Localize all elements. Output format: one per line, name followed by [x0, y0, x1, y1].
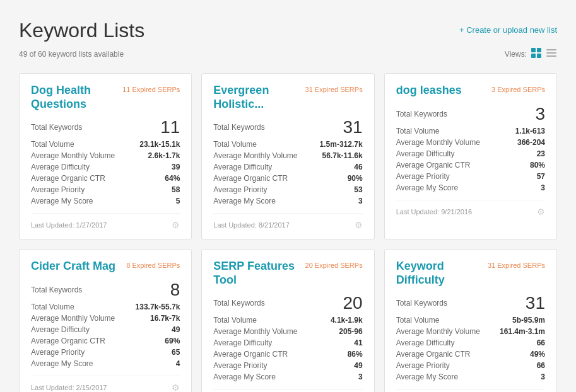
card-serp-features-tool: SERP Features Tool20 Expired SERPsTotal …	[201, 249, 374, 392]
stat-label: Average Monthly Volume	[213, 151, 297, 160]
stat-row: Total Volume1.1k-613	[396, 127, 545, 135]
total-keywords-row: Total Keywords8	[31, 281, 180, 299]
svg-rect-5	[546, 52, 556, 54]
grid-view-button[interactable]	[531, 47, 542, 61]
total-keywords-label: Total Keywords	[31, 285, 82, 294]
stat-value: 56.7k-11.6k	[322, 151, 363, 160]
list-view-button[interactable]	[546, 47, 557, 61]
total-keywords-value: 3	[535, 105, 545, 123]
stat-row: Average Priority66	[396, 361, 545, 370]
card-stats: Total Volume1.1k-613Average Monthly Volu…	[396, 127, 545, 192]
stat-value: 58	[172, 185, 180, 194]
stat-value: 3	[358, 197, 363, 205]
stat-row: Average Organic CTR86%	[213, 350, 362, 359]
stat-label: Average Monthly Volume	[396, 138, 480, 147]
stat-row: Average Priority57	[396, 172, 545, 181]
gear-icon[interactable]: ⚙	[172, 383, 180, 392]
stat-row: Average Monthly Volume56.7k-11.6k	[213, 151, 362, 160]
page-title: Keyword Lists	[19, 19, 144, 42]
stat-value: 65	[172, 348, 180, 357]
expired-badge: 31 Expired SERPs	[488, 262, 545, 269]
stat-value: 46	[354, 163, 362, 171]
stat-value: 1.5m-312.7k	[320, 140, 363, 149]
stat-value: 2.6k-1.7k	[148, 151, 180, 160]
stat-value: 16.7k-7k	[150, 314, 180, 323]
stat-value: 3	[358, 372, 363, 381]
stat-value: 57	[537, 172, 545, 181]
stat-row: Total Volume5b-95.9m	[396, 316, 545, 325]
stat-row: Average Monthly Volume205-96	[213, 327, 362, 336]
card-stats: Total Volume4.1k-1.9kAverage Monthly Vol…	[213, 316, 362, 381]
stat-row: Average My Score4	[31, 359, 180, 368]
stat-value: 66	[537, 338, 545, 347]
stat-label: Total Volume	[396, 127, 440, 135]
expired-badge: 31 Expired SERPs	[305, 86, 363, 93]
total-keywords-row: Total Keywords20	[213, 294, 362, 312]
card-evergreen-holistic: Evergreen Holistic...31 Expired SERPsTot…	[201, 73, 374, 239]
card-title[interactable]: Dog Health Questions	[31, 84, 117, 111]
total-keywords-label: Total Keywords	[396, 110, 447, 118]
card-keyword-difficulty: Keyword Difficulty31 Expired SERPsTotal …	[384, 249, 557, 392]
expired-badge: 8 Expired SERPs	[126, 262, 180, 269]
stat-value: 90%	[348, 174, 363, 183]
card-stats: Total Volume5b-95.9mAverage Monthly Volu…	[396, 316, 545, 381]
total-keywords-row: Total Keywords3	[396, 105, 545, 123]
card-title[interactable]: Keyword Difficulty	[396, 260, 483, 287]
stat-label: Average Organic CTR	[31, 174, 105, 183]
create-link[interactable]: + Create or upload new list	[459, 25, 557, 35]
card-footer: Last Updated: 6/5/2017⚙	[396, 389, 545, 392]
card-footer: Last Updated: 2/15/2017⚙	[31, 376, 180, 392]
stat-label: Average Difficulty	[31, 163, 90, 171]
total-keywords-value: 31	[343, 118, 363, 136]
stat-label: Average Monthly Volume	[31, 314, 115, 323]
card-title[interactable]: SERP Features Tool	[213, 260, 300, 287]
card-title[interactable]: dog leashes	[396, 84, 486, 98]
card-footer: Last Updated: 9/21/2016⚙	[396, 200, 545, 217]
card-title[interactable]: Evergreen Holistic...	[213, 84, 300, 111]
card-title[interactable]: Cider Craft Mag	[31, 260, 121, 274]
stat-label: Average Monthly Volume	[396, 327, 480, 336]
total-keywords-value: 31	[526, 294, 545, 312]
gear-icon[interactable]: ⚙	[355, 220, 363, 230]
stat-value: 133.7k-55.7k	[136, 303, 180, 311]
stat-row: Average My Score3	[396, 183, 545, 192]
cards-grid: Dog Health Questions11 Expired SERPsTota…	[19, 73, 557, 392]
stat-value: 4.1k-1.9k	[331, 316, 363, 325]
stat-row: Average Difficulty49	[31, 325, 180, 334]
stat-label: Average My Score	[396, 372, 459, 381]
gear-icon[interactable]: ⚙	[172, 220, 180, 230]
stat-label: Total Volume	[213, 316, 257, 325]
stat-label: Total Volume	[31, 303, 74, 311]
stat-value: 366-204	[517, 138, 545, 147]
stat-row: Average Monthly Volume2.6k-1.7k	[31, 151, 180, 160]
expired-badge: 11 Expired SERPs	[122, 86, 180, 93]
card-footer: Last Updated: 7/10/2017⚙	[213, 389, 362, 392]
stat-row: Average Organic CTR90%	[213, 174, 362, 183]
card-header: Cider Craft Mag8 Expired SERPs	[31, 260, 180, 274]
total-keywords-label: Total Keywords	[31, 123, 82, 132]
stat-value: 205-96	[339, 327, 362, 336]
stat-value: 64%	[165, 174, 180, 183]
stat-row: Average Priority65	[31, 348, 180, 357]
card-header: Keyword Difficulty31 Expired SERPs	[396, 260, 545, 287]
stat-row: Average Priority58	[31, 185, 180, 194]
stat-row: Average My Score3	[213, 197, 362, 205]
card-dog-leashes: dog leashes3 Expired SERPsTotal Keywords…	[384, 73, 557, 239]
stat-value: 23.1k-15.1k	[139, 140, 180, 149]
stat-value: 5b-95.9m	[512, 316, 545, 325]
stat-label: Average Difficulty	[396, 149, 455, 158]
stat-row: Average Monthly Volume16.7k-7k	[31, 314, 180, 323]
stat-value: 86%	[348, 350, 363, 359]
expired-badge: 20 Expired SERPs	[305, 262, 363, 269]
stat-value: 53	[354, 185, 362, 194]
stat-row: Average Priority49	[213, 361, 362, 370]
stat-row: Average My Score3	[396, 372, 545, 381]
stat-value: 23	[537, 149, 545, 158]
gear-icon[interactable]: ⚙	[537, 207, 545, 217]
stat-row: Average My Score5	[31, 197, 180, 205]
card-header: SERP Features Tool20 Expired SERPs	[213, 260, 362, 287]
stat-label: Average My Score	[31, 359, 93, 368]
total-keywords-row: Total Keywords11	[31, 118, 180, 136]
stat-label: Total Volume	[213, 140, 257, 149]
stat-row: Average Difficulty41	[213, 338, 362, 347]
